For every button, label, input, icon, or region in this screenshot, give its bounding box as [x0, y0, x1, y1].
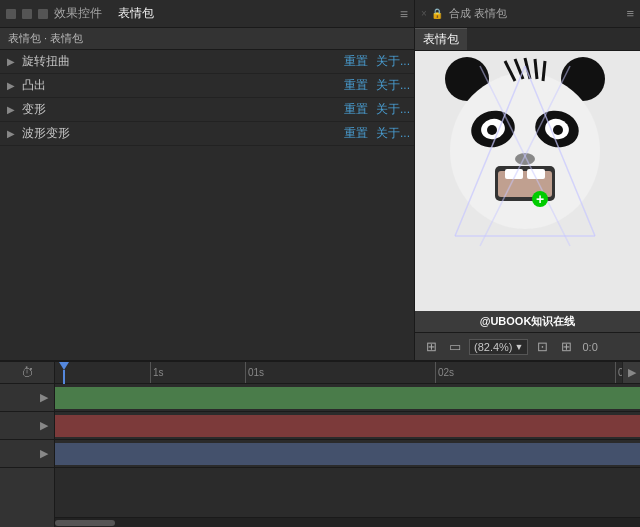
timeline-tool-icon[interactable]: ⏱ [21, 365, 34, 380]
panel-menu-icon[interactable]: ≡ [400, 6, 408, 22]
effects-tab-label[interactable]: 效果控件 [54, 5, 102, 22]
right-lock-icon[interactable]: 🔒 [431, 8, 443, 19]
svg-point-8 [487, 125, 497, 135]
timeline-tracks-area: 1s 01s 02s 03s ▶ [55, 362, 640, 527]
left-panel-header: 效果控件 表情包 ≡ [0, 0, 414, 28]
ruler-row[interactable]: 1s 01s 02s 03s ▶ [55, 362, 640, 384]
clip-blue[interactable] [55, 443, 640, 465]
scrollbar-thumb[interactable] [55, 520, 115, 526]
effects-list: ▶ 旋转扭曲 重置 关于... ▶ 凸出 重置 关于... ▶ 变形 重置 关于… [0, 50, 414, 205]
effect-arrow-3[interactable]: ▶ [4, 127, 18, 141]
timeline-empty [55, 468, 640, 517]
svg-line-18 [535, 59, 537, 79]
panel-close-btn[interactable] [6, 9, 16, 19]
timeline-scrollbar[interactable] [55, 517, 640, 527]
emoticon-tab-label[interactable]: 表情包 [118, 5, 154, 22]
zoom-control[interactable]: (82.4%) ▼ [469, 339, 528, 355]
effect-reset-0[interactable]: 重置 [344, 53, 368, 70]
composite-panel-title: 合成 表情包 [449, 6, 507, 21]
effect-about-2[interactable]: 关于... [376, 101, 410, 118]
ruler-mark-1: 01s [245, 362, 264, 383]
effect-name-3: 波形变形 [18, 125, 344, 142]
playhead[interactable] [59, 362, 69, 384]
panda-svg [425, 51, 625, 271]
right-menu-icon[interactable]: ≡ [626, 6, 634, 21]
effect-row-2: ▶ 变形 重置 关于... [0, 98, 414, 122]
effect-row-3: ▶ 波形变形 重置 关于... [0, 122, 414, 146]
grid-icon[interactable]: ⊞ [556, 337, 576, 357]
composite-panel: × 🔒 合成 表情包 ≡ 表情包 [415, 0, 640, 360]
timeline-body: ⏱ ▶ ▶ ▶ 1s [0, 362, 640, 527]
panel-lock-btn[interactable] [38, 9, 48, 19]
effect-row-1: ▶ 凸出 重置 关于... [0, 74, 414, 98]
track-expand-2[interactable]: ▶ [40, 419, 48, 432]
ruler-mark-0: 1s [150, 362, 164, 383]
track-row-3 [55, 440, 640, 468]
view-icon[interactable]: ▭ [445, 337, 465, 357]
watermark: @UBOOK知识在线 [415, 311, 640, 332]
left-panel-empty [0, 205, 414, 360]
timeline-header-left: ⏱ [0, 362, 54, 384]
ruler-mark-2: 02s [435, 362, 454, 383]
effect-arrow-1[interactable]: ▶ [4, 79, 18, 93]
svg-point-3 [450, 73, 600, 229]
panel-collapse-btn[interactable] [22, 9, 32, 19]
breadcrumb: 表情包 · 表情包 [0, 28, 414, 50]
playhead-triangle [59, 362, 69, 370]
effect-name-2: 变形 [18, 101, 344, 118]
track-label-1: ▶ [0, 384, 54, 412]
fit-icon[interactable]: ⊡ [532, 337, 552, 357]
preview-area[interactable]: + @UBOOK知识在线 [415, 51, 640, 332]
right-panel-header: × 🔒 合成 表情包 ≡ [415, 0, 640, 28]
track-label-3: ▶ [0, 440, 54, 468]
effect-name-1: 凸出 [18, 77, 344, 94]
effect-row-0: ▶ 旋转扭曲 重置 关于... [0, 50, 414, 74]
clip-green[interactable] [55, 387, 640, 409]
track-expand-1[interactable]: ▶ [40, 391, 48, 404]
effects-control-panel: 效果控件 表情包 ≡ 表情包 · 表情包 ▶ 旋转扭曲 重置 关于... ▶ 凸… [0, 0, 415, 360]
effect-about-3[interactable]: 关于... [376, 125, 410, 142]
effect-name-0: 旋转扭曲 [18, 53, 344, 70]
right-tab-bar: 表情包 [415, 28, 640, 51]
effect-reset-1[interactable]: 重置 [344, 77, 368, 94]
preview-toolbar: ⊞ ▭ (82.4%) ▼ ⊡ ⊞ 0:0 [415, 332, 640, 360]
time-display: 0:0 [582, 341, 597, 353]
effect-about-0[interactable]: 关于... [376, 53, 410, 70]
effect-arrow-2[interactable]: ▶ [4, 103, 18, 117]
effect-reset-3[interactable]: 重置 [344, 125, 368, 142]
timeline-scroll-right[interactable]: ▶ [622, 362, 640, 383]
effect-arrow-0[interactable]: ▶ [4, 55, 18, 69]
track-row-2 [55, 412, 640, 440]
emoticon-tab[interactable]: 表情包 [415, 28, 467, 50]
snap-icon[interactable]: ⊞ [421, 337, 441, 357]
panda-preview: + @UBOOK知识在线 [415, 51, 640, 332]
clip-red[interactable] [55, 415, 640, 437]
timeline-left-panel: ⏱ ▶ ▶ ▶ [0, 362, 55, 527]
zoom-dropdown-arrow[interactable]: ▼ [515, 342, 524, 352]
playhead-stem [63, 370, 65, 384]
svg-line-19 [543, 61, 545, 81]
effect-reset-2[interactable]: 重置 [344, 101, 368, 118]
track-row-1 [55, 384, 640, 412]
timeline-section: ⏱ ▶ ▶ ▶ 1s [0, 360, 640, 527]
cursor-plus-icon: + [532, 191, 548, 207]
right-close-icon[interactable]: × [421, 8, 427, 19]
effect-about-1[interactable]: 关于... [376, 77, 410, 94]
track-label-2: ▶ [0, 412, 54, 440]
track-expand-3[interactable]: ▶ [40, 447, 48, 460]
svg-point-9 [553, 125, 563, 135]
